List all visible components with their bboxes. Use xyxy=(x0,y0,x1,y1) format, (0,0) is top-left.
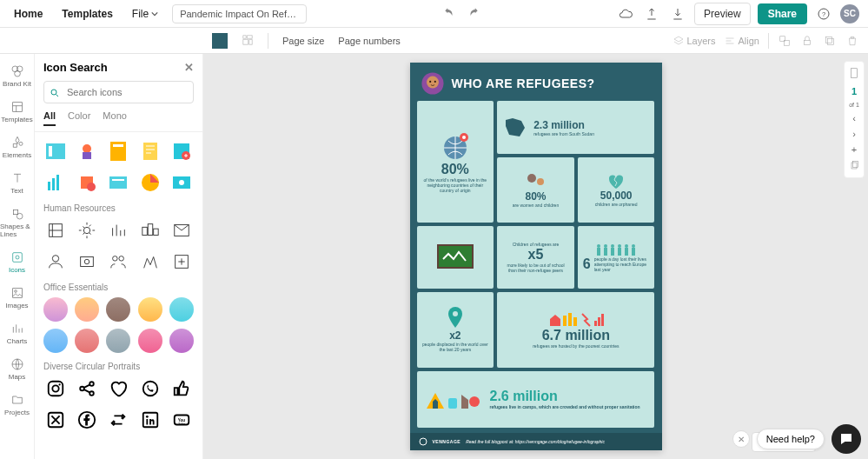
document-title-input[interactable]: Pandemic Impact On Refugee Sta... xyxy=(172,4,307,23)
youtube-icon[interactable]: YouTube xyxy=(169,408,194,432)
redo-button[interactable] xyxy=(467,6,480,21)
mono-icon[interactable] xyxy=(106,218,130,243)
layers-button[interactable]: Layers xyxy=(673,36,716,46)
x-twitter-icon[interactable] xyxy=(43,408,68,432)
rail-text[interactable]: Text xyxy=(0,166,34,200)
download-icon[interactable] xyxy=(668,4,687,23)
color-icon[interactable] xyxy=(138,139,162,163)
stat-card-chalkboard[interactable] xyxy=(417,226,494,288)
file-menu[interactable]: File xyxy=(127,4,163,23)
mono-icon[interactable] xyxy=(106,249,130,274)
mono-icon[interactable] xyxy=(75,249,99,274)
infographic-page[interactable]: WHO ARE REFUGEES? 80% of the world's ref… xyxy=(410,63,662,450)
rail-maps[interactable]: Maps xyxy=(0,352,34,386)
prev-page-button[interactable]: ‹ xyxy=(852,113,856,123)
rail-charts[interactable]: Charts xyxy=(0,316,34,350)
color-icon[interactable] xyxy=(169,170,194,195)
mono-icon[interactable] xyxy=(75,218,99,243)
mono-icon[interactable] xyxy=(138,249,162,274)
undo-button[interactable] xyxy=(443,6,455,21)
stat-card-world-80[interactable]: 80% of the world's refugees live in the … xyxy=(417,101,494,223)
canvas[interactable]: WHO ARE REFUGEES? 80% of the world's ref… xyxy=(203,54,868,459)
delete-icon[interactable] xyxy=(845,34,859,48)
linkedin-icon[interactable] xyxy=(138,408,162,432)
lock-icon[interactable] xyxy=(800,34,814,48)
mono-icon[interactable] xyxy=(138,218,162,243)
facebook-icon[interactable] xyxy=(75,408,99,432)
portrait-icon[interactable] xyxy=(43,329,68,353)
duplicate-page-button[interactable] xyxy=(849,160,859,172)
rail-elements[interactable]: Elements xyxy=(0,130,34,164)
portrait-icon[interactable] xyxy=(138,297,162,322)
instagram-icon[interactable] xyxy=(43,376,68,401)
mono-icon[interactable] xyxy=(43,249,68,274)
svg-point-74 xyxy=(597,244,600,248)
rail-projects[interactable]: Projects xyxy=(0,388,34,422)
tab-mono[interactable]: Mono xyxy=(103,110,127,126)
panel-close-button[interactable]: ✕ xyxy=(184,61,194,74)
chat-button[interactable] xyxy=(832,424,861,454)
cloud-sync-icon[interactable] xyxy=(616,4,635,23)
stat-card-6-people[interactable]: 6people a day lost their lives attemptin… xyxy=(578,226,655,288)
color-icon[interactable] xyxy=(106,139,130,163)
page-indicator-icon[interactable] xyxy=(848,67,860,81)
templates-link[interactable]: Templates xyxy=(56,4,117,23)
tab-all[interactable]: All xyxy=(43,110,56,126)
mono-icon[interactable] xyxy=(169,249,194,274)
stat-card-women-children[interactable]: 80% are women and children xyxy=(497,157,574,223)
color-icon[interactable] xyxy=(75,170,99,195)
user-avatar[interactable]: SC xyxy=(840,4,859,23)
stat-card-x5[interactable]: Children of refugees are x5 more likely … xyxy=(497,226,574,288)
background-color-swatch[interactable] xyxy=(212,33,228,49)
stat-card-26m[interactable]: 2.6 million refugees live in camps, whic… xyxy=(417,371,655,428)
portrait-icon[interactable] xyxy=(106,297,130,322)
portrait-icon[interactable] xyxy=(75,297,99,322)
whatsapp-icon[interactable] xyxy=(138,376,162,401)
copy-icon[interactable] xyxy=(823,34,837,48)
share-button[interactable]: Share xyxy=(758,3,807,24)
align-button[interactable]: Align xyxy=(725,36,759,46)
rail-images[interactable]: Images xyxy=(0,281,34,315)
upload-icon[interactable] xyxy=(642,4,661,23)
svg-point-12 xyxy=(17,213,23,219)
retweet-icon[interactable] xyxy=(106,408,130,432)
next-page-button[interactable]: › xyxy=(852,129,856,139)
share-icon[interactable] xyxy=(75,376,99,401)
group-icon[interactable] xyxy=(778,34,792,48)
need-help-button[interactable]: Need help? xyxy=(757,429,825,449)
rail-templates[interactable]: Templates xyxy=(0,95,34,129)
color-icon[interactable] xyxy=(43,170,68,195)
stat-card-orphaned[interactable]: 50,000 children are orphaned xyxy=(578,157,655,223)
portrait-icon[interactable] xyxy=(106,329,130,353)
stat-card-x2[interactable]: x2 people displaced in the world over th… xyxy=(417,292,494,368)
portrait-icon[interactable] xyxy=(169,329,194,353)
color-icon[interactable] xyxy=(75,139,99,163)
heart-icon[interactable] xyxy=(106,376,130,401)
mono-icon[interactable] xyxy=(43,218,68,243)
rail-icons[interactable]: Icons xyxy=(0,245,34,279)
color-icon[interactable] xyxy=(169,139,194,163)
portrait-icon[interactable] xyxy=(169,297,194,322)
portrait-icon[interactable] xyxy=(138,329,162,353)
portrait-icon[interactable] xyxy=(75,329,99,353)
help-icon[interactable]: ? xyxy=(814,4,833,23)
stat-card-67m[interactable]: 6.7 million refugees are hosted by the p… xyxy=(497,292,654,368)
dismiss-help-button[interactable]: ✕ xyxy=(732,430,750,448)
tab-color[interactable]: Color xyxy=(68,110,90,126)
search-input[interactable] xyxy=(43,81,194,103)
color-icon[interactable] xyxy=(138,170,162,195)
color-icon[interactable] xyxy=(43,139,68,163)
page-numbers-button[interactable]: Page numbers xyxy=(338,36,401,46)
portrait-icon[interactable] xyxy=(43,297,68,322)
color-icon[interactable] xyxy=(106,170,130,195)
thumbs-up-icon[interactable] xyxy=(169,376,194,401)
mono-icon[interactable] xyxy=(169,218,194,243)
stat-card-sudan[interactable]: 2.3 million refugees are from South Suda… xyxy=(497,101,654,154)
grid-toggle-icon[interactable] xyxy=(242,34,254,48)
add-page-button[interactable]: + xyxy=(851,144,857,155)
rail-shapes[interactable]: Shapes & Lines xyxy=(0,202,34,243)
rail-brand-kit[interactable]: Brand Kit xyxy=(0,59,34,93)
home-link[interactable]: Home xyxy=(9,4,48,23)
page-size-button[interactable]: Page size xyxy=(282,36,324,46)
preview-button[interactable]: Preview xyxy=(694,3,751,25)
